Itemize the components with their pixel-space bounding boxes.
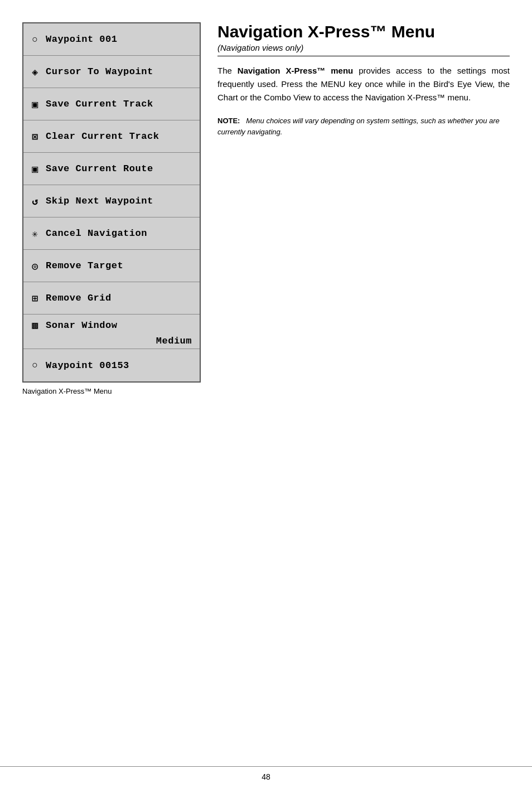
menu-item-skip-next-waypoint[interactable]: ↺ Skip Next Waypoint — [23, 185, 200, 217]
save-track-icon: ▣ — [29, 98, 41, 110]
title-divider — [217, 56, 510, 56]
menu-item-label: Sonar Window — [46, 320, 117, 331]
menu-item-label: Save Current Track — [46, 99, 153, 109]
menu-item-clear-current-track[interactable]: ⊠ Clear Current Track — [23, 120, 200, 153]
page-title: Navigation X-Press™ Menu — [217, 22, 510, 41]
footer-line — [0, 766, 532, 767]
page-footer: 48 — [0, 766, 532, 781]
menu-item-remove-grid[interactable]: ⊞ Remove Grid — [23, 282, 200, 315]
remove-grid-icon: ⊞ — [29, 292, 41, 304]
save-route-icon: ▣ — [29, 163, 41, 175]
waypoint-00153-icon: ○ — [29, 359, 41, 371]
page-number: 48 — [262, 772, 270, 781]
menu-item-label: Cancel Navigation — [46, 228, 147, 239]
menu-item-cursor-to-waypoint[interactable]: ◈ Cursor To Waypoint — [23, 56, 200, 88]
menu-item-waypoint-001[interactable]: ○ Waypoint 001 — [23, 23, 200, 56]
skip-waypoint-icon: ↺ — [29, 195, 41, 207]
menu-item-waypoint-00153[interactable]: ○ Waypoint 00153 — [23, 349, 200, 381]
menu-item-label: Waypoint 00153 — [46, 360, 129, 371]
menu-item-label: Remove Target — [46, 260, 123, 271]
sonar-window-icon: ▩ — [29, 319, 41, 331]
cancel-nav-icon: ✳ — [29, 228, 41, 240]
menu-item-label: Clear Current Track — [46, 131, 159, 142]
note-label: NOTE: — [217, 117, 240, 125]
menu-item-label: Save Current Route — [46, 163, 153, 174]
menu-box: ○ Waypoint 001 ◈ Cursor To Waypoint ▣ Sa… — [22, 22, 201, 383]
menu-panel: ○ Waypoint 001 ◈ Cursor To Waypoint ▣ Sa… — [22, 22, 201, 765]
menu-item-label: Skip Next Waypoint — [46, 196, 153, 206]
clear-track-icon: ⊠ — [29, 130, 41, 143]
remove-target-icon: ◎ — [29, 260, 41, 272]
menu-item-remove-target[interactable]: ◎ Remove Target — [23, 250, 200, 282]
waypoint-icon: ○ — [29, 33, 41, 46]
cursor-icon: ◈ — [29, 66, 41, 78]
menu-caption: Navigation X-Press™ Menu — [22, 387, 201, 395]
page-subtitle: (Navigation views only) — [217, 43, 510, 52]
menu-item-save-current-route[interactable]: ▣ Save Current Route — [23, 153, 200, 185]
menu-item-label: Waypoint 001 — [46, 34, 117, 45]
sonar-window-value: Medium — [156, 336, 192, 346]
content-panel: Navigation X-Press™ Menu (Navigation vie… — [217, 22, 510, 765]
menu-item-label: Remove Grid — [46, 293, 112, 303]
menu-item-label: Cursor To Waypoint — [46, 66, 153, 77]
content-note: NOTE: Menu choices will vary depending o… — [217, 115, 510, 137]
menu-item-sonar-window[interactable]: ▩ Sonar Window Medium — [23, 315, 200, 349]
note-text: Menu choices will vary depending on syst… — [217, 117, 500, 136]
content-body-text: The Navigation X-Press™ menu provides ac… — [217, 64, 510, 104]
menu-item-cancel-navigation[interactable]: ✳ Cancel Navigation — [23, 217, 200, 250]
menu-item-save-current-track[interactable]: ▣ Save Current Track — [23, 88, 200, 120]
